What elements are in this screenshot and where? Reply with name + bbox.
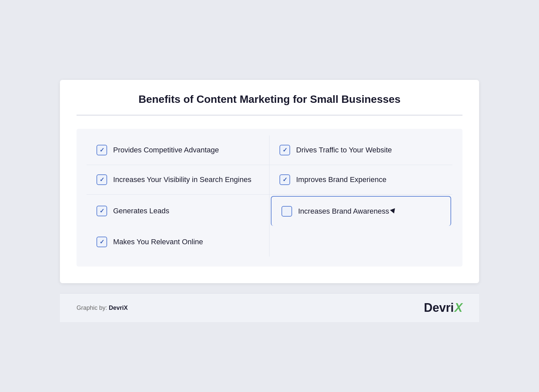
title-divider (77, 115, 462, 115)
checkbox-icon[interactable] (281, 206, 292, 217)
benefit-text: Drives Traffic to Your Website (296, 145, 392, 155)
footer: Graphic by: DevriX DevriX (60, 293, 479, 322)
benefit-text: Increases Brand Awareness (298, 206, 389, 216)
benefit-text: Provides Competitive Advantage (113, 145, 219, 155)
logo-x: X (454, 301, 462, 315)
cursor-icon (390, 208, 397, 215)
list-item: Generates Leads (87, 195, 270, 227)
checkbox-icon[interactable] (96, 145, 107, 155)
content-area: Provides Competitive Advantage Drives Tr… (77, 129, 462, 267)
benefit-text: Makes You Relevant Online (113, 237, 203, 247)
list-item: Increases Your Visibility in Search Engi… (87, 165, 270, 195)
checkbox-icon[interactable] (96, 237, 107, 247)
benefit-text: Improves Brand Experience (296, 175, 386, 185)
checkbox-icon[interactable] (96, 174, 107, 185)
empty-cell (270, 227, 452, 257)
list-item: Provides Competitive Advantage (87, 135, 270, 165)
benefit-text: Generates Leads (113, 206, 169, 216)
logo-text: Devri (424, 301, 454, 315)
checkbox-icon[interactable] (96, 206, 107, 216)
page-wrapper: Benefits of Content Marketing for Small … (60, 70, 479, 322)
benefits-grid: Provides Competitive Advantage Drives Tr… (87, 135, 452, 257)
list-item: Improves Brand Experience (270, 165, 452, 195)
list-item: Makes You Relevant Online (87, 227, 270, 257)
benefit-text: Increases Your Visibility in Search Engi… (113, 175, 251, 185)
devrix-logo: DevriX (424, 301, 462, 315)
footer-credit: Graphic by: DevriX (77, 304, 128, 311)
credit-prefix-text: Graphic by: (77, 304, 109, 311)
main-card: Benefits of Content Marketing for Small … (60, 80, 479, 283)
checkbox-icon[interactable] (279, 174, 290, 185)
credit-brand-text: DevriX (109, 304, 128, 311)
page-title: Benefits of Content Marketing for Small … (77, 93, 462, 105)
checkbox-icon[interactable] (279, 145, 290, 155)
list-item: Drives Traffic to Your Website (270, 135, 452, 165)
list-item-highlighted[interactable]: Increases Brand Awareness (271, 196, 451, 226)
